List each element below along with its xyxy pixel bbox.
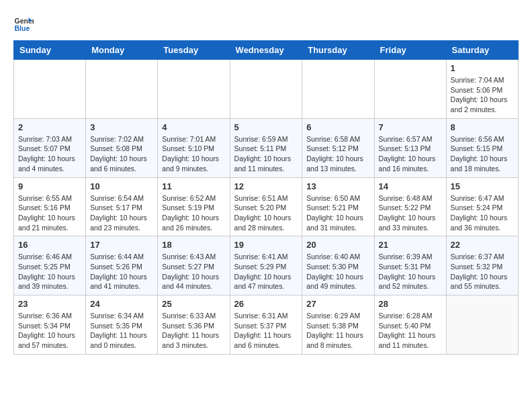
- calendar-body: 1Sunrise: 7:04 AM Sunset: 5:06 PM Daylig…: [14, 60, 519, 355]
- day-number: 25: [162, 299, 225, 309]
- day-cell: 26Sunrise: 6:31 AM Sunset: 5:37 PM Dayli…: [230, 295, 302, 355]
- day-cell: 1Sunrise: 7:04 AM Sunset: 5:06 PM Daylig…: [446, 60, 518, 119]
- day-cell: 13Sunrise: 6:50 AM Sunset: 5:21 PM Dayli…: [302, 177, 374, 236]
- day-info: Sunrise: 6:58 AM Sunset: 5:12 PM Dayligh…: [306, 134, 369, 174]
- day-cell: [302, 60, 374, 119]
- weekday-wednesday: Wednesday: [230, 41, 302, 60]
- day-info: Sunrise: 6:51 AM Sunset: 5:20 PM Dayligh…: [234, 193, 298, 233]
- day-cell: 15Sunrise: 6:47 AM Sunset: 5:24 PM Dayli…: [446, 177, 518, 236]
- calendar-header: SundayMondayTuesdayWednesdayThursdayFrid…: [14, 41, 519, 60]
- day-cell: 10Sunrise: 6:54 AM Sunset: 5:17 PM Dayli…: [86, 177, 158, 236]
- day-number: 6: [306, 122, 369, 132]
- day-number: 23: [18, 299, 81, 309]
- day-info: Sunrise: 6:47 AM Sunset: 5:24 PM Dayligh…: [451, 193, 514, 233]
- week-row-5: 23Sunrise: 6:36 AM Sunset: 5:34 PM Dayli…: [14, 295, 519, 355]
- day-cell: 21Sunrise: 6:39 AM Sunset: 5:31 PM Dayli…: [374, 236, 446, 295]
- day-cell: 20Sunrise: 6:40 AM Sunset: 5:30 PM Dayli…: [302, 236, 374, 295]
- day-cell: [446, 295, 518, 355]
- day-number: 4: [162, 122, 225, 132]
- svg-text:Blue: Blue: [15, 24, 30, 32]
- day-cell: 8Sunrise: 6:56 AM Sunset: 5:15 PM Daylig…: [446, 118, 518, 177]
- calendar-table: SundayMondayTuesdayWednesdayThursdayFrid…: [13, 40, 519, 355]
- weekday-thursday: Thursday: [302, 41, 374, 60]
- day-info: Sunrise: 6:54 AM Sunset: 5:17 PM Dayligh…: [90, 193, 153, 233]
- day-number: 3: [90, 122, 153, 132]
- week-row-3: 9Sunrise: 6:55 AM Sunset: 5:16 PM Daylig…: [14, 177, 519, 236]
- day-number: 22: [451, 240, 514, 250]
- day-cell: [86, 60, 158, 119]
- week-row-1: 1Sunrise: 7:04 AM Sunset: 5:06 PM Daylig…: [14, 60, 519, 119]
- day-info: Sunrise: 6:43 AM Sunset: 5:27 PM Dayligh…: [162, 252, 225, 291]
- day-number: 28: [379, 299, 442, 309]
- day-number: 26: [234, 299, 298, 309]
- day-cell: 12Sunrise: 6:51 AM Sunset: 5:20 PM Dayli…: [230, 177, 302, 236]
- day-cell: 14Sunrise: 6:48 AM Sunset: 5:22 PM Dayli…: [374, 177, 446, 236]
- logo: General Blue: [13, 13, 36, 34]
- day-number: 11: [162, 181, 225, 191]
- day-cell: 11Sunrise: 6:52 AM Sunset: 5:19 PM Dayli…: [158, 177, 230, 236]
- day-cell: [230, 60, 302, 119]
- day-info: Sunrise: 6:46 AM Sunset: 5:25 PM Dayligh…: [18, 252, 81, 291]
- weekday-sunday: Sunday: [14, 41, 86, 60]
- day-cell: 17Sunrise: 6:44 AM Sunset: 5:26 PM Dayli…: [86, 236, 158, 295]
- day-info: Sunrise: 7:03 AM Sunset: 5:07 PM Dayligh…: [18, 134, 81, 174]
- day-cell: 9Sunrise: 6:55 AM Sunset: 5:16 PM Daylig…: [14, 177, 86, 236]
- day-info: Sunrise: 6:33 AM Sunset: 5:36 PM Dayligh…: [162, 311, 225, 351]
- day-info: Sunrise: 6:55 AM Sunset: 5:16 PM Dayligh…: [18, 193, 81, 233]
- day-cell: 3Sunrise: 7:02 AM Sunset: 5:08 PM Daylig…: [86, 118, 158, 177]
- day-info: Sunrise: 6:39 AM Sunset: 5:31 PM Dayligh…: [379, 252, 442, 291]
- day-info: Sunrise: 6:57 AM Sunset: 5:13 PM Dayligh…: [379, 134, 442, 174]
- day-cell: 16Sunrise: 6:46 AM Sunset: 5:25 PM Dayli…: [14, 236, 86, 295]
- day-number: 8: [451, 122, 514, 132]
- day-cell: 25Sunrise: 6:33 AM Sunset: 5:36 PM Dayli…: [158, 295, 230, 355]
- day-number: 19: [234, 240, 298, 250]
- day-info: Sunrise: 6:52 AM Sunset: 5:19 PM Dayligh…: [162, 193, 225, 233]
- day-cell: 2Sunrise: 7:03 AM Sunset: 5:07 PM Daylig…: [14, 118, 86, 177]
- day-cell: 28Sunrise: 6:28 AM Sunset: 5:40 PM Dayli…: [374, 295, 446, 355]
- day-number: 17: [90, 240, 153, 250]
- day-number: 10: [90, 181, 153, 191]
- day-info: Sunrise: 6:44 AM Sunset: 5:26 PM Dayligh…: [90, 252, 153, 291]
- page-header: General Blue: [13, 13, 519, 34]
- logo-icon: General Blue: [13, 13, 34, 34]
- day-cell: 6Sunrise: 6:58 AM Sunset: 5:12 PM Daylig…: [302, 118, 374, 177]
- day-cell: [14, 60, 86, 119]
- day-info: Sunrise: 6:28 AM Sunset: 5:40 PM Dayligh…: [379, 311, 442, 351]
- day-number: 20: [306, 240, 369, 250]
- day-number: 12: [234, 181, 298, 191]
- day-number: 9: [18, 181, 81, 191]
- day-cell: [158, 60, 230, 119]
- day-cell: 23Sunrise: 6:36 AM Sunset: 5:34 PM Dayli…: [14, 295, 86, 355]
- day-cell: [374, 60, 446, 119]
- weekday-header-row: SundayMondayTuesdayWednesdayThursdayFrid…: [14, 41, 519, 60]
- day-info: Sunrise: 6:34 AM Sunset: 5:35 PM Dayligh…: [90, 311, 153, 351]
- day-info: Sunrise: 7:04 AM Sunset: 5:06 PM Dayligh…: [451, 75, 514, 115]
- day-cell: 27Sunrise: 6:29 AM Sunset: 5:38 PM Dayli…: [302, 295, 374, 355]
- day-info: Sunrise: 6:50 AM Sunset: 5:21 PM Dayligh…: [306, 193, 369, 233]
- day-info: Sunrise: 6:56 AM Sunset: 5:15 PM Dayligh…: [451, 134, 514, 174]
- day-info: Sunrise: 7:01 AM Sunset: 5:10 PM Dayligh…: [162, 134, 225, 174]
- week-row-2: 2Sunrise: 7:03 AM Sunset: 5:07 PM Daylig…: [14, 118, 519, 177]
- day-number: 16: [18, 240, 81, 250]
- day-info: Sunrise: 7:02 AM Sunset: 5:08 PM Dayligh…: [90, 134, 153, 174]
- weekday-friday: Friday: [374, 41, 446, 60]
- day-cell: 24Sunrise: 6:34 AM Sunset: 5:35 PM Dayli…: [86, 295, 158, 355]
- day-number: 13: [306, 181, 369, 191]
- day-number: 7: [379, 122, 442, 132]
- weekday-saturday: Saturday: [446, 41, 518, 60]
- day-number: 2: [18, 122, 81, 132]
- day-cell: 18Sunrise: 6:43 AM Sunset: 5:27 PM Dayli…: [158, 236, 230, 295]
- day-cell: 5Sunrise: 6:59 AM Sunset: 5:11 PM Daylig…: [230, 118, 302, 177]
- day-info: Sunrise: 6:41 AM Sunset: 5:29 PM Dayligh…: [234, 252, 298, 291]
- day-info: Sunrise: 6:37 AM Sunset: 5:32 PM Dayligh…: [451, 252, 514, 291]
- day-number: 27: [306, 299, 369, 309]
- weekday-tuesday: Tuesday: [158, 41, 230, 60]
- day-info: Sunrise: 6:36 AM Sunset: 5:34 PM Dayligh…: [18, 311, 81, 351]
- day-cell: 22Sunrise: 6:37 AM Sunset: 5:32 PM Dayli…: [446, 236, 518, 295]
- day-cell: 19Sunrise: 6:41 AM Sunset: 5:29 PM Dayli…: [230, 236, 302, 295]
- day-info: Sunrise: 6:40 AM Sunset: 5:30 PM Dayligh…: [306, 252, 369, 291]
- day-number: 21: [379, 240, 442, 250]
- day-info: Sunrise: 6:29 AM Sunset: 5:38 PM Dayligh…: [306, 311, 369, 351]
- weekday-monday: Monday: [86, 41, 158, 60]
- day-number: 18: [162, 240, 225, 250]
